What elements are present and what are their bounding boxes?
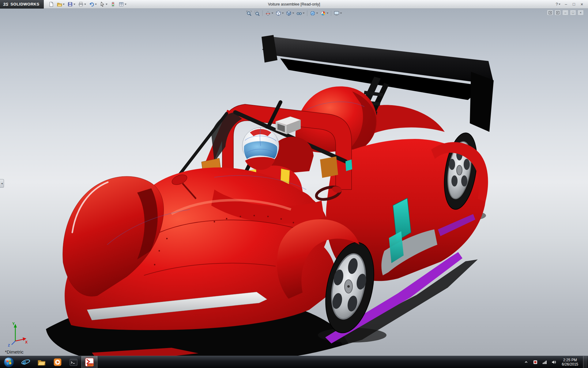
options-button[interactable] <box>118 1 127 8</box>
rebuild-button[interactable] <box>109 1 117 8</box>
command-prompt-icon <box>69 358 78 366</box>
help-dropdown-caret <box>559 4 560 5</box>
close-document-button[interactable]: × <box>578 10 584 15</box>
help-button[interactable]: ? <box>554 1 562 8</box>
view-orientation-label: *Dimetric <box>5 349 24 355</box>
chevron-up-icon <box>524 360 528 364</box>
zoom-to-fit-button[interactable] <box>245 9 253 17</box>
network-icon <box>542 360 547 365</box>
hide-show-items-button[interactable] <box>296 9 306 17</box>
display-style-button[interactable] <box>285 9 295 17</box>
window-title: Voiture assemblee [Read-only] <box>268 2 320 6</box>
open-dropdown-caret <box>63 4 65 5</box>
hide-show-items-caret <box>303 13 305 14</box>
volume-button[interactable] <box>550 358 557 366</box>
zoom-to-area-button[interactable] <box>253 9 261 17</box>
save-button[interactable] <box>66 1 76 8</box>
tray-expand-button[interactable] <box>523 358 530 366</box>
zoom-to-fit-icon <box>246 10 252 16</box>
tray-app-icon <box>533 360 538 365</box>
sw-version-badge: 2015 <box>88 363 93 366</box>
graphics-viewport[interactable]: – □ × <box>0 9 588 356</box>
view-settings-icon <box>334 10 340 16</box>
orientation-triad[interactable]: X Y Z <box>7 321 31 347</box>
internet-explorer-icon: e <box>21 358 30 367</box>
save-icon <box>67 2 73 7</box>
svg-text:e: e <box>23 358 26 366</box>
file-explorer-button[interactable] <box>34 356 50 368</box>
options-dropdown-caret <box>125 4 126 5</box>
save-dropdown-caret <box>74 4 75 5</box>
new-button[interactable] <box>47 1 55 8</box>
restore-document-button[interactable]: □ <box>570 10 576 15</box>
toolbar-separator <box>307 10 307 16</box>
restore-button[interactable]: □ <box>570 1 578 8</box>
solidworks-window: 3S SOLIDWORKS <box>0 0 588 368</box>
toolbar-separator <box>262 10 263 16</box>
undo-button[interactable] <box>88 1 98 8</box>
triad-x-label: X <box>25 340 28 344</box>
print-button[interactable] <box>77 1 87 8</box>
start-orb-icon <box>3 357 14 368</box>
network-button[interactable] <box>541 358 548 366</box>
show-desktop-button[interactable] <box>583 356 587 368</box>
panel-collapse-tab[interactable]: ◄ <box>0 179 4 188</box>
titlebar: 3S SOLIDWORKS <box>0 0 588 9</box>
heads-up-view-toolbar <box>245 9 343 17</box>
media-player-button[interactable] <box>50 356 66 368</box>
minimize-button[interactable]: – <box>562 1 570 8</box>
print-dropdown-caret <box>84 4 86 5</box>
media-player-icon <box>53 358 62 366</box>
toolbar-separator <box>331 10 331 16</box>
taskbar: e <box>0 356 588 368</box>
options-icon <box>119 2 124 7</box>
minimize-document-button[interactable]: – <box>562 10 568 15</box>
edit-appearance-button[interactable] <box>319 9 330 17</box>
previous-pane-icon <box>548 11 552 14</box>
apply-scene-caret <box>316 13 318 14</box>
previous-pane-button[interactable] <box>547 10 553 15</box>
new-document-icon <box>48 2 54 7</box>
section-view-caret <box>272 13 273 14</box>
open-folder-icon <box>57 2 62 7</box>
main-toolbar <box>47 1 127 8</box>
undo-dropdown-caret <box>95 4 97 5</box>
taskbar-clock[interactable]: 2:25 PM 6/26/2015 <box>560 356 581 368</box>
open-button[interactable] <box>56 1 66 8</box>
solidworks-2015-icon: 2015 <box>85 358 94 367</box>
tray-app-button[interactable] <box>532 358 539 366</box>
hide-show-items-icon <box>296 10 302 16</box>
close-button[interactable]: × <box>578 1 586 8</box>
undo-icon <box>89 2 94 7</box>
view-orientation-button[interactable] <box>275 9 285 17</box>
window-controls: ? – □ × <box>554 1 588 8</box>
volume-icon <box>551 360 556 365</box>
view-orientation-caret <box>282 13 284 14</box>
select-button[interactable] <box>99 1 108 8</box>
command-prompt-button[interactable] <box>66 356 81 368</box>
display-style-caret <box>292 13 294 14</box>
section-view-button[interactable] <box>264 9 274 17</box>
edit-appearance-caret <box>327 13 329 14</box>
zoom-to-area-icon <box>254 10 260 16</box>
internet-explorer-button[interactable]: e <box>18 356 34 368</box>
clock-time: 2:25 PM <box>562 358 578 362</box>
system-tray: 2:25 PM 6/26/2015 <box>523 356 588 368</box>
model-canvas[interactable] <box>0 18 588 356</box>
brand-name: SOLIDWORKS <box>10 2 40 6</box>
triad-y-label: Y <box>12 322 15 326</box>
solidworks-taskbar-button[interactable]: 2015 <box>81 356 97 368</box>
clock-date: 6/26/2015 <box>562 362 578 366</box>
select-cursor-icon <box>100 2 105 7</box>
section-view-icon <box>265 10 271 16</box>
next-pane-icon <box>556 11 560 14</box>
file-explorer-icon <box>37 358 46 366</box>
print-icon <box>78 2 84 7</box>
dassault-logo-icon: 3S <box>3 2 8 7</box>
next-pane-button[interactable] <box>555 10 561 15</box>
start-button[interactable] <box>0 356 18 368</box>
view-settings-button[interactable] <box>333 9 343 17</box>
apply-scene-button[interactable] <box>309 9 319 17</box>
view-orientation-icon <box>276 10 281 16</box>
triad-z-label: Z <box>8 344 10 347</box>
